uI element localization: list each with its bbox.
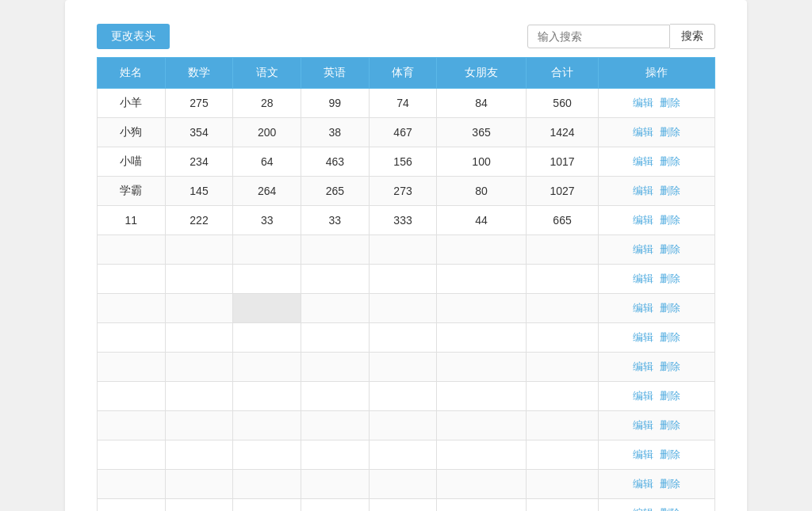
empty-cell (437, 294, 526, 323)
edit-button[interactable]: 编辑 (633, 477, 653, 491)
table-row-empty: 编辑删除 (98, 470, 715, 499)
delete-button[interactable]: 删除 (660, 96, 680, 110)
cell-english: 33 (301, 206, 370, 235)
delete-button[interactable]: 删除 (660, 389, 680, 403)
edit-button[interactable]: 编辑 (633, 330, 653, 345)
table-row-empty: 编辑删除 (98, 382, 715, 411)
col-header-math: 数学 (165, 58, 233, 89)
empty-cell (98, 235, 166, 265)
action-cell: 编辑删除 (599, 499, 715, 512)
empty-cell (437, 323, 526, 353)
empty-cell (165, 470, 233, 499)
delete-button[interactable]: 删除 (660, 448, 680, 462)
empty-cell (526, 411, 599, 440)
table-row-empty: 编辑删除 (98, 499, 715, 512)
action-cell: 编辑删除 (599, 353, 715, 382)
edit-button[interactable]: 编辑 (633, 448, 653, 462)
action-cell: 编辑删除 (599, 323, 715, 353)
empty-cell (526, 382, 599, 411)
empty-cell (437, 411, 526, 440)
empty-cell (369, 411, 437, 440)
table-row-empty: 编辑删除 (98, 265, 715, 294)
delete-button[interactable]: 删除 (660, 477, 680, 491)
empty-cell (233, 265, 301, 294)
delete-button[interactable]: 删除 (660, 213, 680, 227)
edit-button[interactable]: 编辑 (633, 360, 653, 374)
empty-cell (233, 353, 301, 382)
cell-math: 275 (165, 89, 233, 118)
empty-cell (165, 411, 233, 440)
table-header-row: 姓名 数学 语文 英语 体育 女朋友 合计 操作 (98, 58, 715, 89)
delete-button[interactable]: 删除 (660, 272, 680, 286)
edit-button[interactable]: 编辑 (633, 301, 653, 315)
empty-cell (233, 499, 301, 512)
empty-cell (165, 382, 233, 411)
cell-girlfriend: 84 (437, 89, 526, 118)
edit-button[interactable]: 编辑 (633, 272, 653, 286)
action-cell: 编辑删除 (599, 235, 715, 265)
cell-total: 665 (526, 206, 599, 235)
empty-cell (369, 353, 437, 382)
empty-cell (233, 382, 301, 411)
empty-cell (165, 323, 233, 353)
empty-cell (301, 499, 370, 512)
delete-button[interactable]: 删除 (660, 125, 680, 139)
search-button[interactable]: 搜索 (670, 24, 715, 49)
empty-cell (301, 353, 370, 382)
edit-button[interactable]: 编辑 (633, 242, 653, 257)
cell-chinese: 200 (233, 118, 301, 147)
empty-cell (369, 235, 437, 265)
table-row: 学霸145264265273801027编辑删除 (98, 177, 715, 206)
cell-name: 11 (98, 206, 166, 235)
edit-button[interactable]: 编辑 (633, 96, 653, 110)
delete-button[interactable]: 删除 (660, 506, 680, 511)
edit-button[interactable]: 编辑 (633, 154, 653, 169)
edit-button[interactable]: 编辑 (633, 418, 653, 433)
cell-math: 145 (165, 177, 233, 206)
empty-cell (369, 499, 437, 512)
edit-button[interactable]: 编辑 (633, 184, 653, 198)
table-row: 小狗354200384673651424编辑删除 (98, 118, 715, 147)
empty-cell (526, 440, 599, 470)
empty-cell (437, 235, 526, 265)
table-row: 小喵234644631561001017编辑删除 (98, 147, 715, 177)
cell-name: 小羊 (98, 89, 166, 118)
empty-cell (233, 235, 301, 265)
change-header-button[interactable]: 更改表头 (97, 24, 170, 49)
cell-pe: 333 (369, 206, 437, 235)
empty-cell (526, 235, 599, 265)
delete-button[interactable]: 删除 (660, 330, 680, 345)
empty-cell (369, 440, 437, 470)
edit-button[interactable]: 编辑 (633, 213, 653, 227)
action-cell: 编辑删除 (599, 265, 715, 294)
empty-cell (98, 499, 166, 512)
table-row: 11222333333344665编辑删除 (98, 206, 715, 235)
empty-cell (98, 294, 166, 323)
edit-button[interactable]: 编辑 (633, 125, 653, 139)
empty-cell (98, 411, 166, 440)
edit-button[interactable]: 编辑 (633, 389, 653, 403)
delete-button[interactable]: 删除 (660, 301, 680, 315)
empty-cell (98, 440, 166, 470)
action-cell: 编辑删除 (599, 89, 715, 118)
delete-button[interactable]: 删除 (660, 418, 680, 433)
empty-cell (98, 265, 166, 294)
empty-cell (233, 470, 301, 499)
cell-girlfriend: 365 (437, 118, 526, 147)
delete-button[interactable]: 删除 (660, 360, 680, 374)
delete-button[interactable]: 删除 (660, 154, 680, 169)
table-row-empty: 编辑删除 (98, 294, 715, 323)
col-header-pe: 体育 (369, 58, 437, 89)
edit-button[interactable]: 编辑 (633, 506, 653, 511)
cell-pe: 156 (369, 147, 437, 177)
empty-cell (165, 353, 233, 382)
table-row-empty: 编辑删除 (98, 235, 715, 265)
empty-cell (369, 294, 437, 323)
cell-name: 小狗 (98, 118, 166, 147)
delete-button[interactable]: 删除 (660, 242, 680, 257)
empty-cell (301, 265, 370, 294)
cell-pe: 74 (369, 89, 437, 118)
delete-button[interactable]: 删除 (660, 184, 680, 198)
empty-cell (437, 265, 526, 294)
search-input[interactable] (527, 25, 670, 48)
